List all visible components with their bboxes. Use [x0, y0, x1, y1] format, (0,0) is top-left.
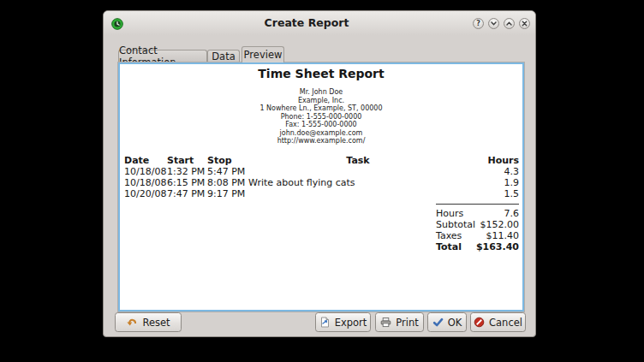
- tab-preview[interactable]: Preview: [242, 46, 284, 62]
- cell-stop: 9:17 PM: [207, 188, 247, 199]
- print-button[interactable]: Print: [375, 312, 424, 332]
- titlebar-buttons: ?: [473, 18, 530, 29]
- summary-row-subtotal: Subtotal $152.00: [436, 219, 519, 230]
- summary-label: Subtotal: [436, 219, 475, 230]
- cell-date: 10/20/08: [124, 188, 167, 199]
- contact-name: Mr. John Doe: [120, 88, 522, 97]
- cell-start: 1:32 PM: [167, 166, 207, 177]
- cell-task: Write about flying cats: [247, 177, 468, 188]
- summary-block: Hours 7.6 Subtotal $152.00 Taxes $11.40 …: [436, 204, 519, 252]
- summary-value: 7.6: [504, 208, 520, 219]
- window-title: Create Report: [155, 16, 458, 29]
- cell-start: 6:15 PM: [167, 177, 207, 188]
- time-table: Date Start Stop Task Hours 10/18/08 1:32…: [124, 155, 519, 199]
- export-label: Export: [335, 317, 367, 329]
- reset-icon: [126, 317, 138, 328]
- create-report-window: Create Report ? Contact Information Data…: [103, 10, 536, 337]
- cell-hours: 1.9: [468, 177, 519, 188]
- table-row: 10/18/08 6:15 PM 8:08 PM Write about fly…: [124, 177, 519, 188]
- ok-label: OK: [448, 317, 462, 329]
- cell-stop: 5:47 PM: [207, 166, 247, 177]
- close-icon[interactable]: [519, 18, 530, 29]
- contact-url: http://www.example.com/: [120, 137, 522, 145]
- cell-task: [247, 166, 468, 177]
- export-button[interactable]: Export: [315, 312, 371, 332]
- table-header-row: Date Start Stop Task Hours: [124, 155, 519, 166]
- help-icon[interactable]: ?: [473, 18, 484, 29]
- cell-stop: 8:08 PM: [207, 177, 247, 188]
- summary-value: $152.00: [480, 219, 520, 230]
- contact-phone: Phone: 1-555-000-0000: [120, 113, 522, 122]
- summary-value: $11.40: [486, 230, 520, 241]
- cell-task: [247, 188, 468, 199]
- header-start: Start: [167, 155, 207, 166]
- cancel-button[interactable]: Cancel: [470, 312, 526, 332]
- contact-address: 1 Nowhere Ln., Example, ST, 00000: [120, 104, 522, 113]
- contact-fax: Fax: 1-555-000-0000: [120, 121, 522, 129]
- export-icon: [319, 317, 331, 328]
- summary-value: $163.40: [476, 241, 519, 252]
- summary-row-total: Total $163.40: [436, 241, 519, 252]
- shade-icon[interactable]: [488, 18, 499, 29]
- cell-hours: 1.5: [468, 188, 519, 199]
- keep-above-icon[interactable]: [504, 18, 515, 29]
- summary-row-hours: Hours 7.6: [436, 208, 519, 219]
- table-row: 10/18/08 1:32 PM 5:47 PM 4.3: [124, 166, 519, 177]
- contact-email: john.doe@example.com: [120, 129, 522, 138]
- header-hours: Hours: [468, 155, 519, 166]
- header-stop: Stop: [207, 155, 247, 166]
- cell-start: 7:47 PM: [167, 188, 207, 199]
- cancel-label: Cancel: [489, 317, 522, 329]
- header-task: Task: [247, 155, 468, 166]
- cell-date: 10/18/08: [124, 177, 167, 188]
- ok-button[interactable]: OK: [427, 312, 467, 332]
- table-row: 10/20/08 7:47 PM 9:17 PM 1.5: [124, 188, 519, 199]
- header-date: Date: [124, 155, 167, 166]
- ok-icon: [432, 317, 444, 328]
- cell-date: 10/18/08: [124, 166, 167, 177]
- summary-row-taxes: Taxes $11.40: [436, 230, 519, 241]
- reset-button[interactable]: Reset: [115, 312, 182, 332]
- contact-block: Mr. John Doe Example, Inc. 1 Nowhere Ln.…: [120, 88, 522, 145]
- print-label: Print: [396, 317, 418, 329]
- cancel-icon: [474, 317, 485, 328]
- report-preview-pane: Time Sheet Report Mr. John Doe Example, …: [118, 62, 524, 312]
- app-clock-icon: [111, 17, 123, 29]
- cell-hours: 4.3: [468, 166, 519, 177]
- titlebar[interactable]: Create Report ?: [104, 11, 535, 35]
- contact-company: Example, Inc.: [120, 97, 522, 105]
- tab-data[interactable]: Data: [207, 50, 240, 62]
- preview-pane-frame: Time Sheet Report Mr. John Doe Example, …: [117, 62, 525, 312]
- summary-label: Hours: [436, 208, 463, 219]
- print-icon: [380, 317, 391, 328]
- reset-label: Reset: [142, 317, 170, 329]
- summary-label: Total: [436, 241, 462, 252]
- tab-contact-information[interactable]: Contact Information: [118, 50, 207, 62]
- summary-label: Taxes: [436, 230, 462, 241]
- report-title: Time Sheet Report: [120, 67, 522, 80]
